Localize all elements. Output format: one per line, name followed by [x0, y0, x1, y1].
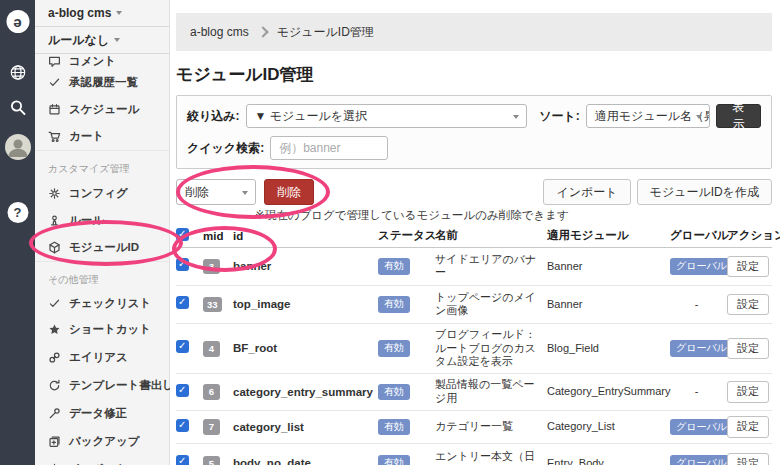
module-select[interactable]: ▼ モジュールを選択	[246, 104, 528, 128]
row-checkbox[interactable]	[176, 258, 189, 271]
status-badge: 有効	[378, 455, 410, 465]
bulk-action-value: 削除	[185, 184, 209, 201]
module-id-name: top_image	[233, 298, 291, 310]
ablog-logo[interactable]: ə	[6, 10, 29, 33]
user-avatar[interactable]	[5, 134, 31, 160]
sidebar-item-alias[interactable]: エイリアス	[35, 343, 169, 371]
table-row: 33 top_image 有効 トップページのメイン画像 Banner - 設定	[176, 285, 772, 323]
rule-switcher-label: ルールなし	[48, 32, 109, 49]
col-header-id: id	[233, 225, 378, 248]
row-checkbox[interactable]	[176, 384, 189, 397]
applied-module: Blog_Field	[547, 323, 670, 373]
module-select-value: ▼ モジュールを選択	[255, 108, 368, 125]
settings-button[interactable]: 設定	[727, 256, 769, 278]
module-name: ブログフィールド：ルートブログのカスタム設定を表示	[435, 323, 547, 373]
sidebar-item-label: モジュールID	[69, 240, 139, 255]
col-header-status: ステータス	[378, 225, 435, 248]
page-title: モジュールID管理	[176, 63, 772, 86]
sidebar-item-cart[interactable]: カート	[35, 123, 169, 150]
applied-module: Banner	[547, 285, 670, 323]
globe-icon[interactable]	[9, 64, 26, 81]
status-badge: 有効	[378, 340, 410, 357]
link-icon	[48, 351, 61, 364]
sidebar-item-module-id[interactable]: モジュールID	[35, 234, 169, 261]
module-id-table: mid id ステータス 名前 適用モジュール グローバル アクション 3 ba…	[176, 225, 772, 465]
global-iconbar: ə ?	[0, 0, 35, 465]
sidebar-item-rule[interactable]: ルール	[35, 207, 169, 234]
breadcrumb-current: モジュールID管理	[277, 24, 374, 41]
sort-label: ソート:	[539, 108, 580, 125]
select-all-checkbox[interactable]	[176, 228, 189, 241]
settings-button[interactable]: 設定	[727, 338, 769, 360]
sidebar-item-data-fix[interactable]: データ修正	[35, 399, 169, 427]
breadcrumb: a-blog cms モジュールID管理	[176, 13, 772, 51]
rule-switcher[interactable]: ルールなし	[35, 27, 169, 54]
mid-badge: 7	[203, 419, 220, 435]
table-row: 4 BF_root 有効 ブログフィールド：ルートブログのカスタム設定を表示 B…	[176, 323, 772, 373]
import-button[interactable]: インポート	[543, 179, 630, 205]
sidebar-item-label: 承認履歴一覧	[69, 75, 138, 90]
blog-switcher[interactable]: a-blog cms	[35, 0, 169, 27]
sidebar-item-config[interactable]: コンフィグ	[35, 180, 169, 207]
create-module-id-button[interactable]: モジュールIDを作成	[637, 179, 772, 205]
sidebar-item-label: コンフィグ	[69, 186, 128, 201]
row-checkbox[interactable]	[176, 455, 189, 465]
refresh-icon	[48, 379, 61, 392]
table-row: 6 category_entry_summary 有効 製品情報の一覧ページ用 …	[176, 374, 772, 411]
breadcrumb-home[interactable]: a-blog cms	[190, 25, 249, 39]
settings-button[interactable]: 設定	[727, 381, 769, 403]
status-badge: 有効	[378, 258, 410, 275]
app-window: ə ? a-blog cms ルールなし コメント 承認履歴一覧	[0, 0, 780, 465]
global-dash: -	[670, 285, 727, 323]
sidebar-item-import[interactable]: インポート	[35, 455, 169, 465]
delete-button[interactable]: 削除	[264, 179, 314, 205]
logo-glyph: ə	[13, 14, 21, 29]
table-header-row: mid id ステータス 名前 適用モジュール グローバル アクション	[176, 225, 772, 248]
module-id-name: category_entry_summary	[233, 386, 373, 398]
settings-button[interactable]: 設定	[727, 416, 769, 438]
sidebar-item-approval-history[interactable]: 承認履歴一覧	[35, 69, 169, 96]
quick-search-input[interactable]	[270, 136, 388, 160]
quick-search-label: クイック検索:	[187, 140, 264, 157]
chevron-down-icon	[242, 191, 248, 195]
backup-icon	[48, 435, 61, 448]
chevron-down-icon	[696, 115, 702, 119]
sidebar-item-comment[interactable]: コメント	[35, 54, 169, 69]
sidebar-item-backup[interactable]: バックアップ	[35, 427, 169, 455]
filter-row-narrow: 絞り込み: ▼ モジュールを選択 ソート: 適用モジュール名（昇順） 表示	[187, 104, 761, 128]
row-checkbox[interactable]	[176, 419, 189, 432]
applied-module: Category_List	[547, 411, 670, 444]
module-id-name: category_list	[233, 421, 304, 433]
comment-icon	[48, 55, 61, 68]
module-id-name: body_no_date	[233, 457, 311, 465]
settings-button[interactable]: 設定	[727, 453, 769, 465]
bulk-action-select[interactable]: 削除	[176, 179, 256, 205]
mid-badge: 4	[203, 341, 220, 357]
sidebar-item-shortcut[interactable]: ショートカット	[35, 315, 169, 343]
table-row: 5 body_no_date 有効 エントリー本文（日付 Entry_Body …	[176, 444, 772, 465]
sidebar-section-customize: カスタマイズ管理	[35, 150, 169, 180]
settings-button[interactable]: 設定	[727, 294, 769, 316]
sort-select[interactable]: 適用モジュール名（昇順）	[586, 104, 710, 128]
apply-button[interactable]: 表示	[716, 104, 761, 128]
row-checkbox[interactable]	[176, 296, 189, 309]
calendar-icon	[48, 103, 61, 116]
sidebar-item-template-export[interactable]: テンプレート書出し	[35, 371, 169, 399]
row-checkbox[interactable]	[176, 340, 189, 353]
sidebar-item-checklist[interactable]: チェックリスト	[35, 291, 169, 315]
help-icon[interactable]: ?	[7, 202, 28, 223]
sidebar-item-label: バックアップ	[69, 434, 140, 449]
sidebar-item-schedule[interactable]: スケジュール	[35, 96, 169, 123]
status-badge: 有効	[378, 419, 410, 436]
mid-badge: 3	[203, 259, 220, 275]
checklist-icon	[48, 297, 61, 310]
col-header-mid: mid	[203, 225, 233, 248]
status-badge: 有効	[378, 384, 410, 401]
sidebar-item-label: データ修正	[69, 406, 127, 421]
filter-panel: 絞り込み: ▼ モジュールを選択 ソート: 適用モジュール名（昇順） 表示 クイ…	[176, 95, 772, 169]
search-icon[interactable]	[9, 99, 26, 116]
mid-badge: 5	[203, 456, 220, 465]
module-name: トップページのメイン画像	[435, 285, 547, 323]
module-name: サイドエリアのバナー	[435, 247, 547, 285]
cart-icon	[48, 130, 61, 143]
